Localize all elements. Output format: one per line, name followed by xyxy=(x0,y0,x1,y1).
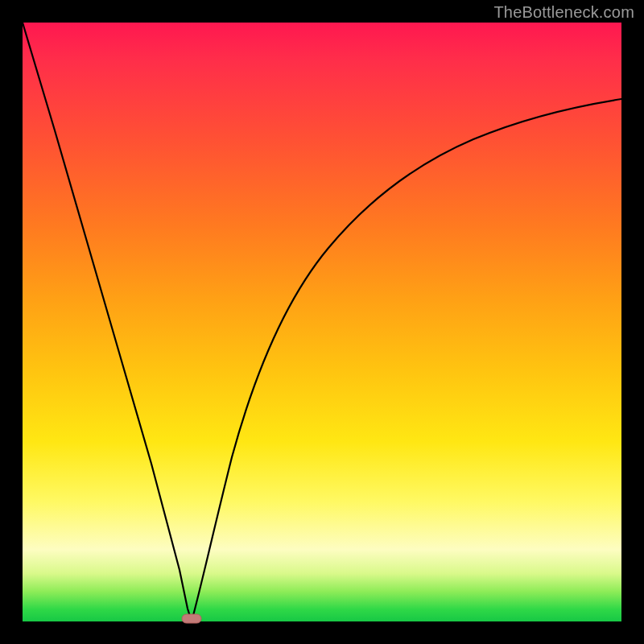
curve-left-branch xyxy=(23,23,192,621)
bottleneck-curve-svg xyxy=(23,23,621,621)
plot-area xyxy=(23,23,621,621)
optimum-marker xyxy=(182,614,201,623)
watermark-text: TheBottleneck.com xyxy=(493,3,634,22)
curve-right-branch xyxy=(192,99,621,621)
chart-frame: TheBottleneck.com xyxy=(0,0,644,644)
